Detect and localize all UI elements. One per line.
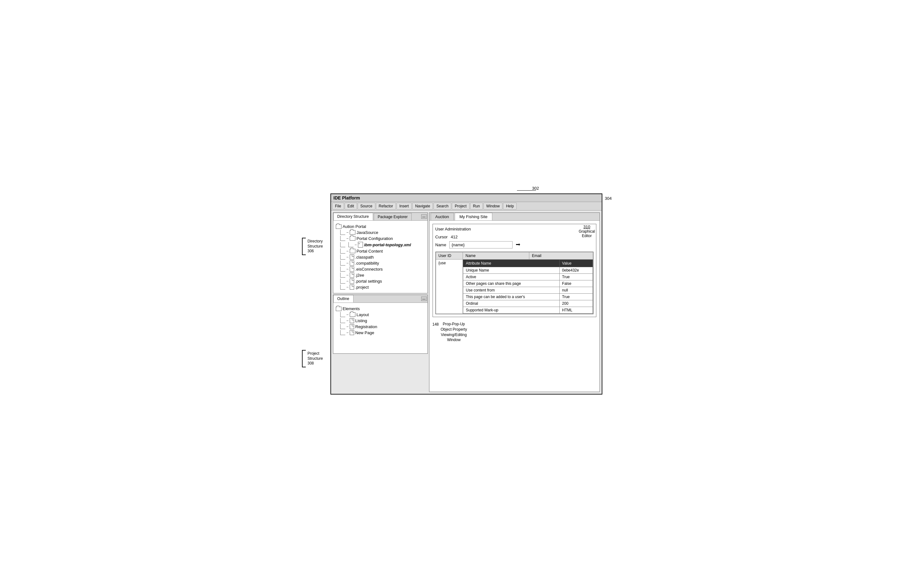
list-item: .project <box>336 285 425 289</box>
list-item: Listing <box>336 318 425 323</box>
directory-structure-label: DirectoryStructure306 <box>308 239 327 254</box>
outline-tree-content: Elements Layout <box>333 303 427 353</box>
list-item: .eisConnectors <box>336 267 425 272</box>
list-item: New Page <box>336 330 425 335</box>
graphical-editor-text: GraphicalEditor <box>578 229 595 238</box>
tree-label-xml: ibm-portal-topology.xml <box>364 242 411 247</box>
file-icon-portal-settings <box>350 278 354 284</box>
attr-table: Attribute Name Value <box>463 259 593 314</box>
folder-icon-layout <box>350 312 356 317</box>
attr-name-active: Active <box>463 274 559 280</box>
list-item: .portal settings <box>336 278 425 284</box>
user-id-cell: {use <box>436 259 463 314</box>
graphical-editor-label: 310 GraphicalEditor <box>578 224 595 238</box>
menu-project[interactable]: Project <box>452 202 469 210</box>
tree-root-label: Aution Portal <box>343 224 366 229</box>
list-item: ✏ ibm-portal-topology.xml <box>336 242 425 248</box>
folder-icon-javasource <box>350 230 356 235</box>
menu-refactor[interactable]: Refactor <box>376 202 396 210</box>
tab-auction[interactable]: Auction <box>431 213 454 220</box>
minimize-button-outline[interactable]: — <box>421 297 427 301</box>
file-icon-new-page <box>350 330 354 335</box>
tree-label-project: .project <box>356 285 369 289</box>
right-panel: Auction My Fishing Site 310 GraphicalEdi… <box>429 212 600 392</box>
tab-package-explorer[interactable]: Package Explorer <box>374 213 412 220</box>
directory-tab-bar: Directory Structure Package Explorer — <box>333 213 427 221</box>
minimize-button-directory[interactable]: — <box>421 214 427 219</box>
number-310: 310 <box>583 224 590 229</box>
ide-platform: 304 IDE Platform File Edit Source Refact… <box>330 193 602 395</box>
attr-name-unique: Unique Name <box>463 267 559 274</box>
cursor-label: Cursor <box>435 235 448 239</box>
attr-row: This page can be added to a user's True <box>463 294 593 300</box>
tree-label-j2ee: .j2ee <box>356 273 364 278</box>
attr-name-ordinal: Ordinal <box>463 300 559 307</box>
menu-run[interactable]: Run <box>470 202 483 210</box>
tab-outline[interactable]: Outline <box>333 295 354 302</box>
attr-row: Unique Name 0ebe432e <box>463 267 593 274</box>
ide-title-bar: IDE Platform <box>331 194 602 202</box>
attr-val-markup: HTML <box>559 307 593 314</box>
tree-outline-new-page: New Page <box>356 330 375 335</box>
col-header-email: Email <box>529 252 593 259</box>
cursor-arrow-icon: ⮕ <box>516 242 521 248</box>
project-structure-bracket <box>302 350 306 367</box>
tree-outline-registration: Registration <box>356 324 377 329</box>
tree-outline-root: Elements <box>336 306 425 311</box>
list-item: Registration <box>336 324 425 329</box>
list-item: .j2ee <box>336 272 425 278</box>
attr-val-active: True <box>559 274 593 280</box>
attr-col-value: Value <box>559 260 593 267</box>
diagram-number-302: 302 <box>532 186 539 191</box>
tab-my-fishing-site[interactable]: My Fishing Site <box>455 213 492 220</box>
menu-bar: File Edit Source Refactor Insert Navigat… <box>331 202 602 210</box>
menu-source[interactable]: Source <box>358 202 375 210</box>
outline-tab-bar: Outline — <box>333 295 427 303</box>
attr-name-content: Use content from <box>463 287 559 294</box>
tree-label-javasource: JavaSource <box>357 230 378 235</box>
name-row: Name ⮕ <box>435 241 594 248</box>
menu-help[interactable]: Help <box>503 202 517 210</box>
cursor-number: 412 <box>451 235 458 239</box>
tab-directory-structure[interactable]: Directory Structure <box>333 213 373 220</box>
user-table: User ID Name Email {use <box>436 252 593 314</box>
menu-window[interactable]: Window <box>484 202 503 210</box>
tree-label-eisconnectors: .eisConnectors <box>356 267 383 272</box>
attr-name-addpage: This page can be added to a user's <box>463 294 559 300</box>
menu-file[interactable]: File <box>332 202 344 210</box>
name-input[interactable] <box>449 241 512 248</box>
list-item: JavaSource <box>336 230 425 235</box>
file-icon-j2ee <box>350 272 354 278</box>
project-structure-label: ProjectStructure308 <box>308 351 327 366</box>
file-icon-project <box>350 285 354 289</box>
file-icon-listing <box>350 318 354 323</box>
list-item: .compatibility <box>336 261 425 266</box>
menu-insert[interactable]: Insert <box>397 202 412 210</box>
menu-search[interactable]: Search <box>433 202 451 210</box>
file-icon-registration <box>350 324 354 329</box>
tree-label-compatibility: .compatibility <box>356 261 379 266</box>
outline-panel: Outline — Elements <box>333 295 428 354</box>
directory-tree-content: Aution Portal JavaSource <box>333 221 427 293</box>
menu-navigate[interactable]: Navigate <box>412 202 433 210</box>
number-148: 148 <box>433 322 439 327</box>
attr-row: Other pages can share this page False <box>463 280 593 287</box>
prop-popup-label: Prop-Pop-UpObject PropertyViewing/Editin… <box>441 321 467 343</box>
folder-icon-portal-config <box>350 236 356 240</box>
xml-file-icon: ✏ <box>358 242 363 248</box>
tree-label-portal-config: Portal Configuration <box>357 236 393 241</box>
attr-val-share: False <box>559 280 593 287</box>
list-item: Layout <box>336 312 425 317</box>
attr-row: Use content from null <box>463 287 593 294</box>
attr-col-name: Attribute Name <box>463 260 559 267</box>
tree-outline-listing: Listing <box>356 318 367 323</box>
user-table-wrapper: User ID Name Email {use <box>436 252 593 314</box>
name-label: Name <box>435 242 446 247</box>
menu-edit[interactable]: Edit <box>345 202 357 210</box>
col-header-name: Name <box>463 252 529 259</box>
tree-label-portal-content: Portal Content <box>357 249 383 253</box>
attr-row: Ordinal 200 <box>463 300 593 307</box>
attr-table-cell: Attribute Name Value <box>463 259 593 314</box>
cursor-row: Cursor 412 <box>435 235 594 239</box>
tree-label-portal-settings: .portal settings <box>356 279 382 284</box>
